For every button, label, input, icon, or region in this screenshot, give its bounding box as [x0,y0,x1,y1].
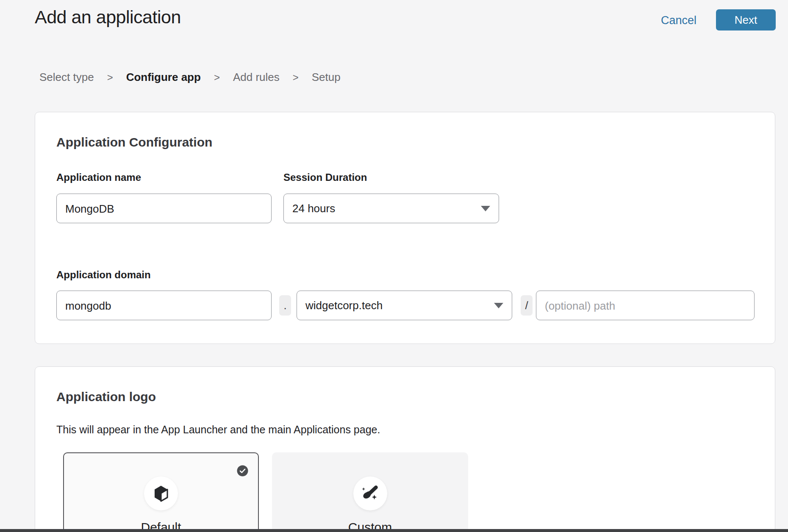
next-button[interactable]: Next [716,9,776,30]
breadcrumb-step-add-rules[interactable]: Add rules [233,71,280,84]
default-logo-circle [144,477,178,510]
session-duration-label: Session Duration [283,172,367,183]
logo-card-description: This will appear in the App Launcher and… [56,424,380,436]
application-domain-label: Application domain [56,269,151,281]
subdomain-input[interactable] [56,291,272,320]
breadcrumb-step-configure-app[interactable]: Configure app [126,71,201,84]
dot-separator: . [279,295,291,316]
caret-down-icon [481,206,490,211]
breadcrumb-separator: > [293,72,299,83]
session-duration-select[interactable]: 24 hours [283,194,499,223]
breadcrumb-separator: > [107,72,113,83]
logo-option-default[interactable]: Default [63,452,259,532]
bottom-edge-bar [0,529,788,532]
slash-separator: / [521,295,533,316]
cancel-button[interactable]: Cancel [661,14,696,27]
paintbrush-icon [361,484,380,503]
logo-card-title: Application logo [56,390,156,404]
application-logo-card: Application logo This will appear in the… [35,366,775,532]
domain-select[interactable]: widgetcorp.tech [297,291,512,320]
cube-icon [153,485,169,502]
logo-option-custom[interactable]: Custom [272,452,468,532]
breadcrumb: Select type > Configure app > Add rules … [39,71,341,84]
path-input[interactable] [536,291,755,320]
application-configuration-card: Application Configuration Application na… [35,112,775,344]
configuration-card-title: Application Configuration [56,135,212,150]
application-name-input[interactable] [56,194,272,223]
page-title: Add an application [35,7,181,28]
breadcrumb-step-select-type[interactable]: Select type [39,71,94,84]
breadcrumb-step-setup[interactable]: Setup [312,71,341,84]
application-name-label: Application name [56,172,141,183]
check-circle-icon [237,465,248,477]
caret-down-icon [494,303,503,308]
domain-value: widgetcorp.tech [305,299,383,312]
custom-logo-circle [353,477,387,510]
breadcrumb-separator: > [214,72,220,83]
session-duration-value: 24 hours [292,202,335,215]
add-application-page: Add an application Cancel Next Select ty… [0,0,788,532]
